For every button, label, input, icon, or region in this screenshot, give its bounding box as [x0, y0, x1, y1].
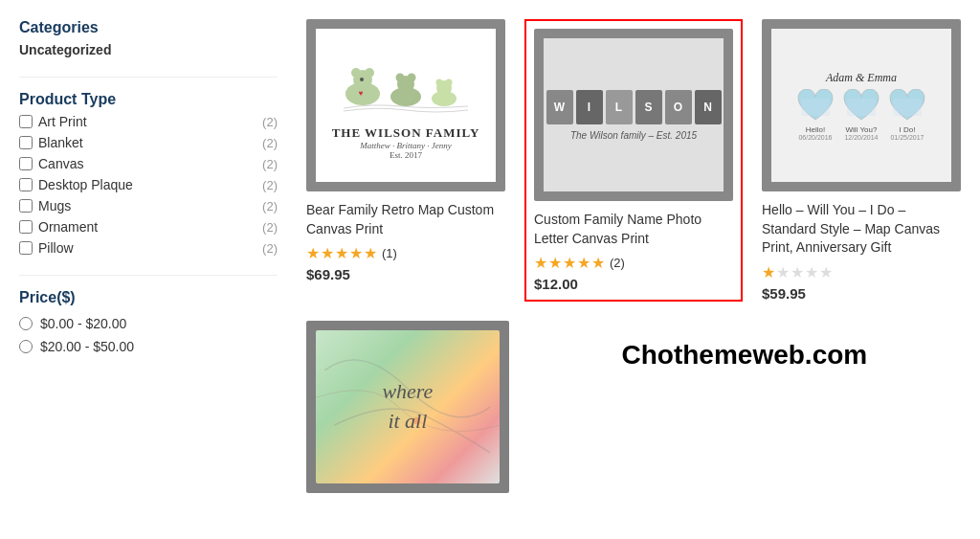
filter-label[interactable]: Blanket	[19, 135, 83, 150]
filter-checkbox[interactable]	[19, 178, 33, 191]
filter-name: Mugs	[38, 198, 71, 213]
filter-name: Desktop Plaque	[38, 177, 133, 192]
product-cards-row: ♥ THE WILSON FAMILY Matthew · Brittany ·…	[306, 19, 961, 302]
chothemeweb-text: Chothemeweb.com	[622, 340, 868, 371]
svg-point-7	[396, 74, 405, 82]
svg-text:♥: ♥	[359, 89, 364, 98]
filter-row: Canvas (2)	[19, 156, 278, 171]
filter-checkbox[interactable]	[19, 241, 33, 255]
filter-count: (2)	[262, 241, 278, 256]
filter-count: (2)	[262, 157, 278, 171]
main-content: ♥ THE WILSON FAMILY Matthew · Brittany ·…	[306, 19, 961, 493]
filter-label[interactable]: Canvas	[19, 156, 83, 171]
rating-count: (1)	[382, 246, 397, 260]
filter-checkbox[interactable]	[19, 157, 33, 170]
wilson-letter-W: W	[546, 90, 573, 124]
filter-name: Pillow	[38, 240, 74, 256]
price-range-label: $20.00 - $50.00	[40, 339, 134, 354]
filter-count: (2)	[262, 199, 278, 213]
hearts-card-image: Adam & Emma Hello! 06/20/2016 Will You? …	[771, 29, 951, 182]
filter-label[interactable]: Art Print	[19, 114, 87, 129]
bear-svg: ♥	[339, 51, 473, 118]
svg-rect-14	[801, 99, 830, 116]
price-radio[interactable]	[19, 340, 33, 353]
filter-row: Art Print (2)	[19, 114, 278, 129]
price-row: $20.00 - $50.00	[19, 339, 278, 354]
svg-point-3	[365, 68, 374, 78]
heart-date: 12/20/2014	[844, 134, 878, 141]
heart-svg	[796, 89, 835, 124]
hearts-row: Hello! 06/20/2016 Will You? 12/20/2014 I…	[796, 89, 926, 141]
product-type-section: Product Type Art Print (2) Blanket (2) C…	[19, 91, 278, 256]
filter-label[interactable]: Mugs	[19, 198, 71, 213]
bottom-product-image: whereit all	[306, 321, 509, 493]
bear-card-image: ♥ THE WILSON FAMILY Matthew · Brittany ·…	[316, 29, 496, 182]
price-radio[interactable]	[19, 317, 33, 330]
filter-checkbox[interactable]	[19, 115, 33, 128]
heart-item: Hello! 06/20/2016	[796, 89, 835, 141]
heart-date: 01/25/2017	[890, 134, 924, 141]
product-price: $69.95	[306, 266, 505, 282]
filter-name: Art Print	[38, 114, 87, 129]
filter-checkbox[interactable]	[19, 199, 33, 213]
divider-2	[19, 275, 278, 276]
sidebar: Categories Uncategorized Product Type Ar…	[19, 19, 306, 493]
price-section: Price($) $0.00 - $20.00 $20.00 - $50.00	[19, 289, 278, 354]
bear-subtitle: Matthew · Brittany · Jenny	[360, 141, 451, 150]
wilson-letter-O: O	[665, 90, 692, 124]
filter-name: Ornament	[38, 219, 98, 235]
heart-label: Will You?	[846, 125, 878, 134]
products-grid: ♥ THE WILSON FAMILY Matthew · Brittany ·…	[306, 19, 961, 302]
price-range-label: $0.00 - $20.00	[40, 316, 126, 331]
svg-point-11	[436, 79, 443, 86]
rating-row: ★★★★★ (2)	[534, 254, 733, 272]
bear-est: Est. 2017	[390, 150, 422, 160]
svg-point-17	[413, 417, 421, 425]
filter-count: (2)	[262, 115, 278, 129]
wilson-letter-S: S	[635, 90, 662, 124]
product-image-wrapper: WILSON The Wilson family – Est. 2015	[534, 29, 733, 201]
filter-label[interactable]: Pillow	[19, 240, 74, 256]
categories-label: Categories	[19, 19, 278, 36]
filter-name: Blanket	[38, 135, 83, 150]
bottom-row: whereit all Chothemeweb.com	[306, 321, 961, 493]
filter-row: Ornament (2)	[19, 219, 278, 235]
divider-1	[19, 77, 278, 78]
svg-point-8	[408, 74, 416, 82]
filter-name: Canvas	[38, 156, 83, 171]
filter-label[interactable]: Desktop Plaque	[19, 177, 133, 192]
product-title: Bear Family Retro Map Custom Canvas Prin…	[306, 201, 505, 238]
bottom-product-card: whereit all	[306, 321, 509, 493]
product-image-wrapper: Adam & Emma Hello! 06/20/2016 Will You? …	[762, 19, 961, 191]
rating-row: ★★★★★ (1)	[306, 244, 505, 262]
filter-count: (2)	[262, 136, 278, 150]
wilson-letter-I: I	[576, 90, 603, 124]
rating-row: ★★★★★	[762, 263, 961, 281]
heart-label: I Do!	[900, 125, 916, 134]
svg-rect-16	[893, 99, 922, 116]
product-card-bear-family[interactable]: ♥ THE WILSON FAMILY Matthew · Brittany ·…	[306, 19, 505, 302]
heart-item: Will You? 12/20/2014	[842, 89, 880, 141]
product-price: $12.00	[534, 276, 733, 292]
wilson-letter-N: N	[695, 90, 722, 124]
filter-checkbox[interactable]	[19, 220, 33, 234]
price-row: $0.00 - $20.00	[19, 316, 278, 331]
rating-count: (2)	[610, 256, 625, 270]
wilson-card-image: WILSON The Wilson family – Est. 2015	[544, 38, 724, 191]
product-card-hello-will-you[interactable]: Adam & Emma Hello! 06/20/2016 Will You? …	[762, 19, 961, 302]
hearts-title: Adam & Emma	[826, 71, 897, 85]
svg-point-2	[351, 68, 361, 78]
heart-date: 06/20/2016	[798, 134, 832, 141]
category-value: Uncategorized	[19, 42, 278, 57]
heart-item: I Do! 01/25/2017	[888, 89, 926, 141]
stars: ★★★★★	[762, 263, 834, 281]
chothemeweb-block: Chothemeweb.com	[528, 321, 961, 390]
product-price: $59.95	[762, 285, 961, 302]
svg-rect-15	[847, 99, 876, 116]
product-image-wrapper: ♥ THE WILSON FAMILY Matthew · Brittany ·…	[306, 19, 505, 191]
heart-svg	[888, 89, 926, 124]
product-card-custom-family-photo[interactable]: WILSON The Wilson family – Est. 2015 Cus…	[524, 19, 743, 302]
filter-label[interactable]: Ornament	[19, 219, 98, 235]
wilson-subtitle: The Wilson family – Est. 2015	[570, 130, 697, 141]
filter-checkbox[interactable]	[19, 136, 33, 149]
